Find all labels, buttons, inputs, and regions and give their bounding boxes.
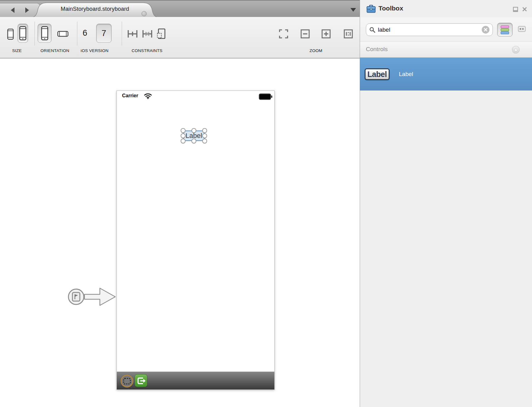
ios-version-7-button[interactable]: 7	[96, 24, 112, 43]
clear-search-button[interactable]	[482, 26, 489, 34]
designer-toolbar: SIZE ORIENTATION 6 7 iOS VERSION	[0, 17, 360, 58]
search-field[interactable]	[366, 23, 493, 36]
add-constraint-icon	[127, 29, 138, 38]
entry-point-arrow[interactable]	[67, 286, 117, 308]
canvas-label-control[interactable]: Label	[183, 131, 205, 141]
exit-segue-icon	[137, 376, 146, 385]
view-outline-button[interactable]	[120, 374, 134, 388]
toolbox-search-row	[360, 17, 532, 42]
toolbox-header: Toolbox	[360, 0, 532, 17]
tab-list-caret-icon[interactable]	[350, 8, 356, 12]
back-button[interactable]	[10, 7, 16, 14]
toolbox-item-label-text: Label	[399, 71, 413, 78]
selection-handle[interactable]	[202, 128, 207, 133]
tab-mainstoryboard[interactable]: MainStoryboard.storyboard	[30, 2, 160, 18]
selection-handle[interactable]	[202, 133, 207, 138]
zoom-in-button[interactable]	[321, 29, 331, 38]
ios-version-group-label: iOS VERSION	[81, 48, 108, 53]
selection-handle[interactable]	[181, 128, 186, 133]
zoom-actual-size-button[interactable]	[344, 29, 353, 38]
orientation-portrait-button[interactable]	[38, 24, 51, 43]
wifi-icon	[144, 93, 152, 99]
back-icon	[10, 7, 15, 13]
tab-bar: MainStoryboard.storyboard	[0, 0, 360, 17]
orientation-group-label: ORIENTATION	[40, 48, 69, 53]
view-controller-canvas[interactable]: Carrier Label	[117, 91, 275, 390]
design-surface[interactable]: Carrier Label	[0, 59, 360, 407]
label-control-icon-text: Label	[367, 70, 387, 79]
toolbox-panel: Toolbox	[360, 0, 532, 407]
ios-designer-window: MainStoryboard.storyboard SIZE	[0, 0, 532, 407]
orientation-landscape-button[interactable]	[57, 30, 68, 37]
exit-segue-button[interactable]	[135, 374, 147, 387]
zoom-out-button[interactable]	[301, 29, 310, 38]
compact-view-button[interactable]	[518, 26, 526, 32]
size-phone-small-button[interactable]	[7, 29, 14, 40]
selection-handle[interactable]	[181, 133, 186, 138]
ios-version-6-button[interactable]: 6	[83, 28, 87, 38]
tab-modified-dot-icon	[141, 11, 147, 16]
ios-version-7-label: 7	[101, 29, 106, 38]
zoom-out-icon	[301, 29, 310, 38]
view-controller-bar	[117, 372, 274, 389]
dock-window-icon[interactable]	[513, 7, 518, 12]
search-icon	[369, 27, 375, 33]
close-panel-icon[interactable]	[522, 7, 527, 12]
size-group-label: SIZE	[12, 48, 22, 53]
tab-title: MainStoryboard.storyboard	[30, 2, 160, 18]
forward-icon	[25, 7, 30, 13]
zoom-fit-button[interactable]	[279, 29, 288, 38]
selection-handle[interactable]	[191, 128, 196, 133]
collapse-section-icon	[514, 48, 518, 51]
clear-search-icon	[484, 28, 487, 31]
toolbar-divider	[77, 22, 77, 46]
edit-mask-button[interactable]	[157, 28, 166, 39]
selection-handle[interactable]	[191, 139, 196, 143]
remove-constraint-button[interactable]	[142, 29, 153, 38]
toolbar-divider	[122, 22, 122, 46]
size-phone-large-icon	[19, 26, 27, 40]
constraints-group-label: CONSTRAINTS	[132, 48, 162, 53]
label-control-icon: Label	[365, 68, 390, 80]
toolbar-divider	[35, 22, 35, 46]
orientation-landscape-icon	[57, 30, 68, 37]
battery-icon	[259, 93, 273, 100]
add-constraint-button[interactable]	[127, 29, 138, 38]
zoom-group-label: ZOOM	[309, 48, 322, 53]
forward-button[interactable]	[24, 7, 30, 14]
carrier-label: Carrier	[122, 93, 138, 99]
selection-handle[interactable]	[181, 139, 186, 143]
category-view-button[interactable]	[497, 23, 513, 37]
zoom-fit-icon	[279, 29, 288, 38]
search-input[interactable]	[378, 26, 482, 33]
toolbox-title: Toolbox	[379, 5, 403, 12]
zoom-in-icon	[321, 29, 331, 38]
edit-mask-icon	[157, 28, 166, 39]
remove-constraint-icon	[142, 29, 153, 38]
flag-document-icon	[72, 292, 80, 301]
controls-section-header[interactable]: Controls	[360, 42, 532, 58]
status-bar: Carrier	[117, 91, 274, 101]
controls-section-title: Controls	[366, 46, 388, 53]
size-phone-large-button[interactable]	[18, 24, 28, 43]
category-view-icon	[500, 25, 509, 35]
zoom-actual-size-icon	[344, 29, 353, 38]
size-phone-small-icon	[7, 29, 14, 40]
toolbox-item-label[interactable]: Label Label	[360, 58, 532, 91]
collapse-section-button[interactable]	[512, 46, 520, 54]
toolbox-briefcase-icon	[366, 4, 376, 14]
selection-handle[interactable]	[202, 139, 207, 143]
orientation-portrait-icon	[41, 26, 49, 40]
